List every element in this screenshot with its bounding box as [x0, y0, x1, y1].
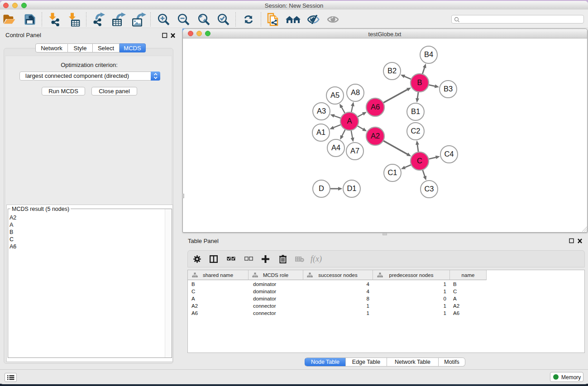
- svg-text:B4: B4: [424, 50, 433, 58]
- svg-text:B3: B3: [444, 85, 453, 93]
- svg-text:B1: B1: [411, 107, 420, 115]
- svg-text:C2: C2: [411, 127, 420, 135]
- svg-text:A1: A1: [316, 128, 325, 136]
- svg-text:D1: D1: [347, 184, 356, 192]
- svg-text:A4: A4: [331, 143, 340, 152]
- svg-text:A2: A2: [371, 132, 380, 140]
- svg-text:A6: A6: [371, 103, 380, 111]
- svg-text:A: A: [347, 117, 352, 125]
- svg-text:D: D: [319, 184, 324, 192]
- svg-text:A3: A3: [317, 107, 326, 115]
- svg-text:C1: C1: [387, 168, 397, 176]
- svg-text:B2: B2: [387, 67, 397, 75]
- svg-text:C3: C3: [424, 185, 434, 193]
- svg-text:A5: A5: [330, 91, 339, 99]
- svg-text:C4: C4: [444, 150, 454, 158]
- svg-text:A7: A7: [350, 147, 359, 155]
- svg-text:B: B: [417, 78, 422, 86]
- svg-text:A8: A8: [351, 88, 360, 96]
- svg-text:C: C: [417, 157, 422, 165]
